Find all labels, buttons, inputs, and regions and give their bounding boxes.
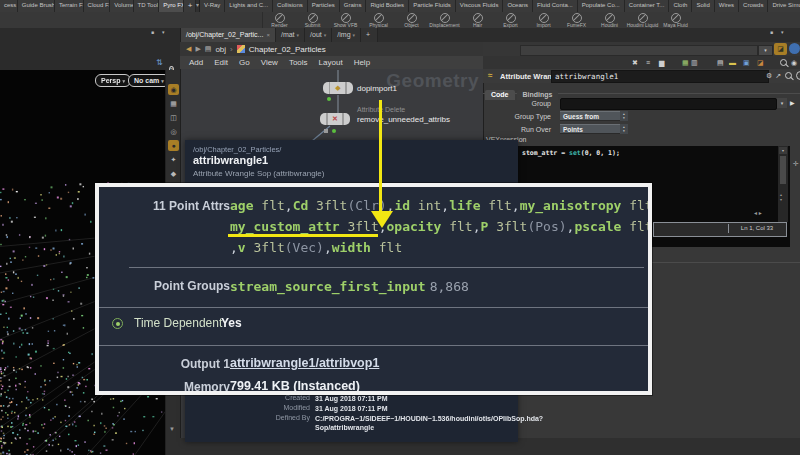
shelf-tool-physical-camera[interactable]: Physical Camera [362, 12, 395, 28]
template-icon[interactable]: ● [168, 140, 179, 151]
shelf-tool-hair-properties[interactable]: Hair Properties [461, 12, 494, 28]
pane-menu-icon[interactable]: ▾ [162, 29, 165, 35]
forward-icon[interactable]: ▶ [195, 45, 200, 53]
menu-view[interactable]: View [261, 58, 278, 67]
pane-path-dropdown[interactable]: ▾ [758, 45, 773, 56]
houdini-badge-icon[interactable] [789, 43, 800, 54]
spreadsheet-icon[interactable]: ▤ [717, 58, 724, 67]
image-icon[interactable]: ▣ [743, 58, 750, 67]
search-icon[interactable] [780, 59, 787, 66]
network-tab--mat[interactable]: /mat▾ [276, 28, 305, 42]
shelf-tool-show-vfb[interactable]: Show VFB [329, 12, 362, 28]
shelf-tab-collisions[interactable]: Collisions [273, 0, 308, 12]
shelf-tab-volume[interactable]: Volume [110, 0, 133, 12]
shelf-tool-fumefx-fire-smoke-[interactable]: FumeFX Fire/Smoke... [560, 12, 593, 28]
shelf-tab-container-t-[interactable]: Container T... [625, 0, 670, 12]
shelf-tab-v-ray[interactable]: V-Ray [200, 0, 225, 12]
shelf-tab-particles[interactable]: Particles [308, 0, 340, 12]
scroll-arrows-icon[interactable]: ▴▾ [780, 192, 782, 202]
shelf-tool-submit[interactable]: Submit [296, 12, 329, 28]
group-select-arrow-icon[interactable]: ▶ [790, 99, 795, 106]
group-dropdown-icon[interactable]: ▾ [777, 98, 787, 108]
view-menu-persp[interactable]: Persp ▾ [95, 74, 131, 87]
shelf-tab-td-tools[interactable]: TD Tools [134, 0, 160, 12]
menu-layout[interactable]: Layout [319, 58, 343, 67]
shelf-tab-terrain-fx[interactable]: Terrain FX [55, 0, 84, 12]
pane-maximize-icon[interactable]: ■ [151, 29, 154, 35]
shelf-tab-oceans[interactable]: Oceans [503, 0, 533, 12]
info-icon[interactable]: i [796, 71, 800, 80]
tree-icon[interactable]: ≡ [646, 58, 650, 67]
shelf-tool-houdini-fire-smoke-[interactable]: Houdini Fire/Smoke... [593, 12, 626, 28]
tab-code[interactable]: Code [485, 90, 515, 100]
network-tab--obj-Chapter-02-Partic-[interactable]: /obj/Chapter_02_Partic...× [181, 28, 276, 42]
menu-add[interactable]: Add [189, 58, 203, 67]
shelf-tab-lights-and-c-[interactable]: Lights and C... [225, 0, 273, 12]
group-type-spinner[interactable]: ▴▾ [620, 111, 628, 121]
shelf-tool-export-vrayproxy[interactable]: Export VRayProxy [494, 12, 527, 28]
run-over-combo[interactable]: Points [560, 124, 620, 134]
shelf-tab-wires[interactable]: Wires [715, 0, 739, 12]
node-remove-unneeded-attribs[interactable]: ✕ [320, 113, 350, 125]
network-tab--out[interactable]: /out▾ [305, 28, 332, 42]
shelf-tool-displacement-properties[interactable]: Displacement Properties [428, 12, 461, 28]
shelf-tab-cloud-fx[interactable]: Cloud FX [84, 0, 111, 12]
tab-bindings[interactable]: Bindings [517, 90, 559, 100]
search-icon[interactable] [785, 72, 792, 79]
pane-maximize-icon[interactable]: ■ [770, 29, 773, 35]
menu-help[interactable]: Help [354, 58, 370, 67]
pane-resize-icon[interactable]: ✛ [793, 160, 799, 168]
node-name-field[interactable]: attribwrangle1 [551, 70, 769, 83]
shelf-tool-houdini-liquid-preset[interactable]: Houdini Liquid Preset [626, 12, 659, 28]
shelf-tab-viscous-fluids[interactable]: Viscous Fluids [456, 0, 504, 12]
group-input[interactable] [560, 98, 777, 110]
shelf-tab-particle-fluids[interactable]: Particle Fluids [409, 0, 456, 12]
shelf-tool-object-properties[interactable]: Object Properties [395, 12, 428, 28]
menu-go[interactable]: Go [239, 58, 250, 67]
node-flag-bypass[interactable] [324, 129, 328, 133]
panel-icon[interactable]: ▆ [659, 58, 664, 67]
view-menu-camera[interactable]: No cam ▾ [128, 74, 170, 87]
gear-icon[interactable]: ⚙ [766, 72, 772, 80]
output-link[interactable]: attribwrangle1/attribvop1 [230, 356, 379, 370]
back-icon[interactable]: ◀ [186, 45, 191, 53]
strip-scroll-down-icon[interactable]: ▼ [169, 426, 175, 432]
visibility-icon[interactable]: ◉ [168, 84, 179, 95]
group-type-combo[interactable]: Guess from Group [560, 111, 620, 121]
shelf-tab-crowds[interactable]: Crowds [739, 0, 768, 12]
shelf-tab-guide-brushes[interactable]: Guide Brushes [18, 0, 55, 12]
shelf-tab-populate-co-[interactable]: Populate Co... [578, 0, 625, 12]
shelf-tab-drive-simul-[interactable]: Drive Simul... [768, 0, 800, 12]
shelf-tab-cess[interactable]: cess [0, 0, 18, 12]
shelf-tab-fluid-conta-[interactable]: Fluid Conta... [533, 0, 578, 12]
layout-split-icon[interactable]: ▥ [691, 58, 698, 67]
selectable-icon[interactable]: ▦ [168, 98, 179, 109]
shelf-tab-solid[interactable]: Solid [692, 0, 714, 12]
shelf-tab-rigid-bodies[interactable]: Rigid Bodies [366, 0, 409, 12]
breadcrumb-current[interactable]: Chapter_02_Particles [249, 45, 326, 54]
node-dopimport1[interactable]: ◆ [323, 82, 353, 94]
scroll-down-icon[interactable]: ▾ [779, 147, 787, 154]
scroll-left-right-icons[interactable]: ◂ ▸ [754, 209, 762, 216]
shelf-tool-import-vrayproxy[interactable]: Import VRayProxy [527, 12, 560, 28]
breadcrumb-root[interactable]: obj [215, 45, 226, 54]
pane-menu-icon[interactable]: ▾ [781, 29, 784, 35]
ghost-icon[interactable]: ◎ [168, 126, 179, 137]
editor-scrollbar[interactable] [778, 146, 788, 222]
shelf-tab-grains[interactable]: Grains [340, 0, 367, 12]
network-tab--[interactable]: + [361, 28, 378, 42]
network-tab--img[interactable]: /img▾ [332, 28, 361, 42]
jump-icon[interactable]: ↗ [775, 72, 781, 80]
menu-tools[interactable]: Tools [289, 58, 308, 67]
shelf-tab-pyro-fx[interactable]: Pyro FX [159, 0, 183, 12]
snapshot-icon[interactable]: ◉ [791, 58, 797, 67]
menu-edit[interactable]: Edit [214, 58, 228, 67]
display-options-icon[interactable]: ⇅ [156, 58, 163, 67]
notes-icon[interactable]: ▬ [729, 58, 736, 67]
pin-pane-icon[interactable]: ◪ [774, 43, 787, 55]
light-icon[interactable]: ✦ [168, 154, 179, 165]
node-flag-green[interactable] [327, 97, 331, 101]
archive-icon[interactable]: ◪ [757, 58, 764, 67]
tools-icon[interactable]: ✖ [632, 58, 638, 67]
shelf-tool-maya-fluid-preset[interactable]: Maya Fluid Preset [659, 12, 692, 28]
